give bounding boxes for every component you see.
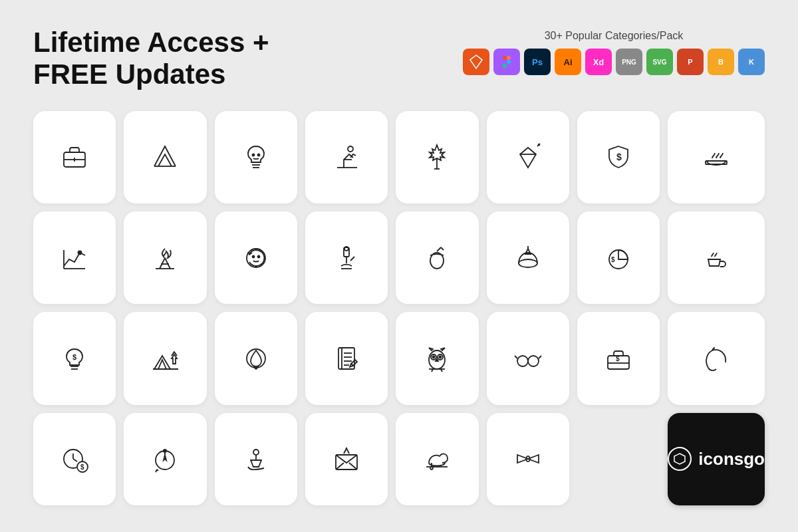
icon-shield-dollar[interactable]: $ — [577, 111, 660, 203]
svg-text:$: $ — [72, 353, 76, 361]
iconsgo-logo-card[interactable]: iconsgo — [668, 413, 765, 505]
keynote-badge: K — [738, 49, 765, 75]
icon-owl[interactable] — [396, 312, 478, 404]
icon-banana[interactable] — [668, 312, 765, 404]
svg-marker-17 — [520, 148, 536, 168]
svg-rect-3 — [503, 64, 507, 68]
sketch-badge — [463, 49, 489, 75]
svg-point-48 — [247, 349, 265, 368]
main-container: Lifetime Access + FREE Updates 30+ Popul… — [0, 0, 798, 532]
svg-point-59 — [440, 356, 442, 358]
title-block: Lifetime Access + FREE Updates — [33, 27, 269, 91]
svg-line-38 — [441, 247, 444, 250]
svg-point-30 — [257, 255, 259, 257]
logo-icon — [668, 447, 692, 471]
svg-point-11 — [252, 154, 254, 156]
categories-text: 30+ Popular Categories/Pack — [463, 30, 765, 42]
svg-rect-2 — [503, 60, 507, 64]
svg-line-71 — [73, 459, 77, 462]
icon-ring[interactable] — [487, 211, 569, 304]
svg-line-37 — [437, 247, 441, 251]
icon-pie-chart[interactable]: $ — [577, 211, 660, 304]
icon-person-desk[interactable] — [305, 111, 388, 203]
svg-point-58 — [433, 356, 435, 358]
svg-point-63 — [517, 356, 528, 366]
icon-clock-dollar[interactable]: $ — [33, 413, 116, 505]
svg-point-28 — [247, 249, 265, 267]
icon-bow-tie[interactable] — [487, 413, 569, 505]
icon-compass[interactable] — [124, 413, 206, 505]
svg-point-39 — [519, 259, 537, 267]
svg-rect-22 — [706, 161, 727, 164]
icon-food-bowl[interactable] — [668, 111, 765, 203]
svg-text:$: $ — [616, 152, 622, 162]
icon-coffee-cup[interactable] — [668, 211, 765, 304]
svg-point-12 — [257, 154, 259, 156]
svg-line-35 — [350, 257, 354, 261]
svg-rect-0 — [503, 56, 507, 60]
svg-marker-87 — [674, 454, 685, 464]
icon-glasses[interactable] — [487, 312, 569, 404]
right-header: 30+ Popular Categories/Pack — [463, 27, 765, 75]
png-badge: PNG — [616, 49, 642, 75]
svg-marker-77 — [164, 455, 166, 460]
icon-cash-briefcase[interactable]: $ — [577, 312, 660, 404]
svg-point-4 — [507, 60, 511, 64]
svg-point-29 — [252, 255, 254, 257]
svg-text:$: $ — [80, 464, 84, 471]
icon-diamond-sparkle[interactable] — [487, 111, 569, 203]
icon-recycle-drop[interactable] — [215, 312, 297, 404]
icon-notepad[interactable] — [305, 312, 388, 404]
icon-briefcase[interactable] — [33, 111, 116, 203]
svg-point-32 — [344, 247, 348, 251]
svg-line-79 — [157, 469, 158, 471]
svg-badge: SVG — [646, 49, 673, 75]
icon-envelope[interactable] — [305, 413, 388, 505]
icon-grid: $ — [33, 111, 765, 505]
logo-text: iconsgo — [698, 449, 765, 469]
icon-acorn[interactable] — [396, 211, 478, 304]
icon-lamp-hand[interactable] — [215, 413, 297, 505]
illustrator-badge: Ai — [555, 49, 581, 75]
blogger-badge: B — [708, 49, 734, 75]
icon-idea-face[interactable] — [215, 111, 297, 203]
icon-maple-leaf[interactable] — [396, 111, 478, 203]
format-icons: Ps Ai Xd PNG SVG P B K — [463, 49, 765, 75]
xd-badge: Xd — [585, 49, 612, 75]
svg-text:$: $ — [616, 355, 620, 362]
icon-refresh-face[interactable] — [215, 211, 297, 304]
svg-marker-60 — [436, 359, 438, 361]
icon-campfire[interactable] — [124, 211, 206, 304]
icon-tent[interactable] — [124, 111, 206, 203]
svg-point-85 — [430, 467, 433, 469]
svg-point-25 — [78, 251, 82, 254]
icon-line-chart[interactable] — [33, 211, 116, 304]
svg-text:$: $ — [611, 256, 615, 263]
powerpoint-badge: P — [677, 49, 704, 75]
icon-dollar-bulb[interactable]: $ — [33, 312, 116, 404]
svg-rect-1 — [507, 56, 511, 60]
icon-chicken-plate[interactable] — [396, 413, 478, 505]
icon-microscope[interactable] — [305, 211, 388, 304]
icon-tent-tree[interactable] — [124, 312, 206, 404]
svg-point-13 — [348, 146, 353, 152]
header: Lifetime Access + FREE Updates 30+ Popul… — [33, 27, 765, 91]
photoshop-badge: Ps — [524, 49, 551, 75]
main-title: Lifetime Access + FREE Updates — [33, 27, 269, 91]
svg-point-80 — [253, 450, 259, 455]
figma-badge — [493, 49, 520, 75]
svg-point-64 — [528, 356, 539, 366]
